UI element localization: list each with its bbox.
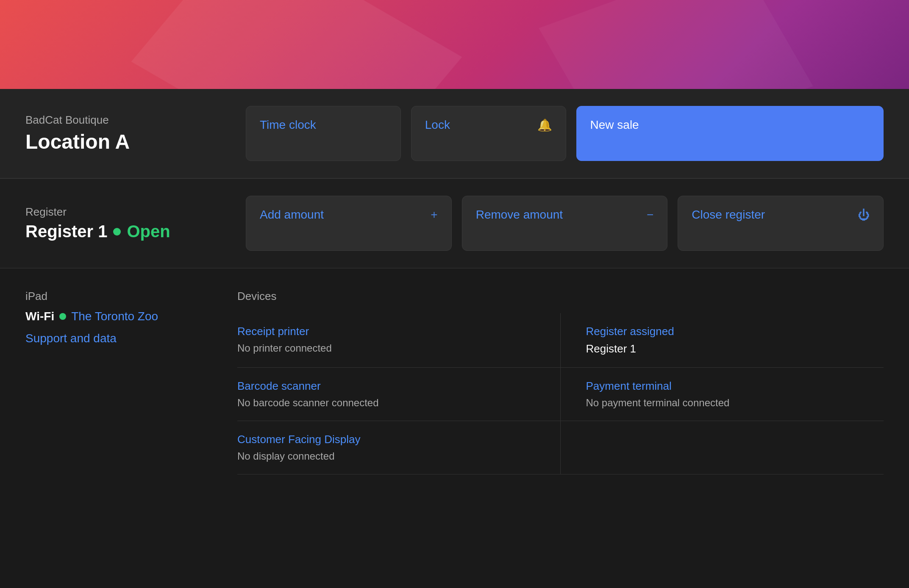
location-info: BadCat Boutique Location A	[25, 114, 220, 153]
register-name: Register 1	[25, 222, 107, 241]
remove-amount-label: Remove amount	[476, 208, 563, 222]
device-customer-display: Customer Facing Display No display conne…	[237, 421, 561, 474]
devices-title: Devices	[237, 290, 884, 303]
location-name: Location A	[25, 130, 220, 153]
add-amount-label: Add amount	[260, 208, 324, 222]
device-receipt-printer: Receipt printer No printer connected	[237, 313, 561, 368]
register-assigned-link[interactable]: Register assigned	[586, 325, 884, 338]
payment-terminal-status: No payment terminal connected	[586, 397, 884, 409]
devices-grid: Devices Receipt printer No printer conne…	[237, 290, 884, 474]
device-payment-terminal: Payment terminal No payment terminal con…	[561, 368, 884, 421]
register-section: Register Register 1 Open Add amount + Re…	[0, 179, 909, 269]
device-barcode-scanner: Barcode scanner No barcode scanner conne…	[237, 368, 561, 421]
lock-label: Lock	[425, 118, 450, 132]
register-label: Register	[25, 205, 220, 219]
payment-terminal-link[interactable]: Payment terminal	[586, 380, 884, 393]
remove-icon: −	[647, 208, 653, 222]
customer-display-status: No display connected	[237, 450, 535, 462]
receipt-printer-link[interactable]: Receipt printer	[237, 325, 535, 338]
lock-icon: 🔔	[537, 118, 552, 132]
new-sale-label: New sale	[590, 118, 639, 132]
lock-button[interactable]: Lock 🔔	[411, 106, 566, 161]
device-register-assigned: Register assigned Register 1	[561, 313, 884, 368]
wifi-row: Wi-Fi The Toronto Zoo	[25, 310, 203, 323]
register-info: Register Register 1 Open	[25, 205, 220, 241]
wifi-label: Wi-Fi	[25, 310, 54, 323]
new-sale-button[interactable]: New sale	[576, 106, 884, 161]
status-open-label: Open	[127, 222, 170, 241]
hero-banner	[0, 0, 909, 89]
action-buttons: Time clock Lock 🔔 New sale	[246, 106, 884, 161]
add-icon: +	[431, 208, 437, 222]
barcode-scanner-status: No barcode scanner connected	[237, 397, 535, 409]
close-register-label: Close register	[692, 208, 765, 222]
customer-display-link[interactable]: Customer Facing Display	[237, 433, 535, 446]
barcode-scanner-link[interactable]: Barcode scanner	[237, 380, 535, 393]
wifi-network: The Toronto Zoo	[71, 310, 158, 323]
location-section: BadCat Boutique Location A Time clock Lo…	[0, 89, 909, 179]
support-and-data-link[interactable]: Support and data	[25, 332, 117, 345]
register-status: Register 1 Open	[25, 222, 220, 241]
wifi-dot	[59, 313, 66, 320]
register-assigned-value: Register 1	[586, 342, 884, 355]
close-register-button[interactable]: Close register ⏻	[678, 196, 884, 251]
ipad-label: iPad	[25, 290, 203, 303]
time-clock-label: Time clock	[260, 118, 316, 132]
remove-amount-button[interactable]: Remove amount −	[462, 196, 668, 251]
add-amount-button[interactable]: Add amount +	[246, 196, 452, 251]
status-dot	[113, 228, 121, 236]
devices-columns: Receipt printer No printer connected Reg…	[237, 313, 884, 474]
time-clock-button[interactable]: Time clock	[246, 106, 401, 161]
register-action-buttons: Add amount + Remove amount − Close regis…	[246, 196, 884, 251]
device-empty	[561, 421, 884, 474]
receipt-printer-status: No printer connected	[237, 342, 535, 354]
store-name: BadCat Boutique	[25, 114, 220, 127]
power-icon: ⏻	[858, 208, 870, 222]
ipad-info: iPad Wi-Fi The Toronto Zoo Support and d…	[25, 290, 203, 474]
devices-section: iPad Wi-Fi The Toronto Zoo Support and d…	[0, 269, 909, 496]
